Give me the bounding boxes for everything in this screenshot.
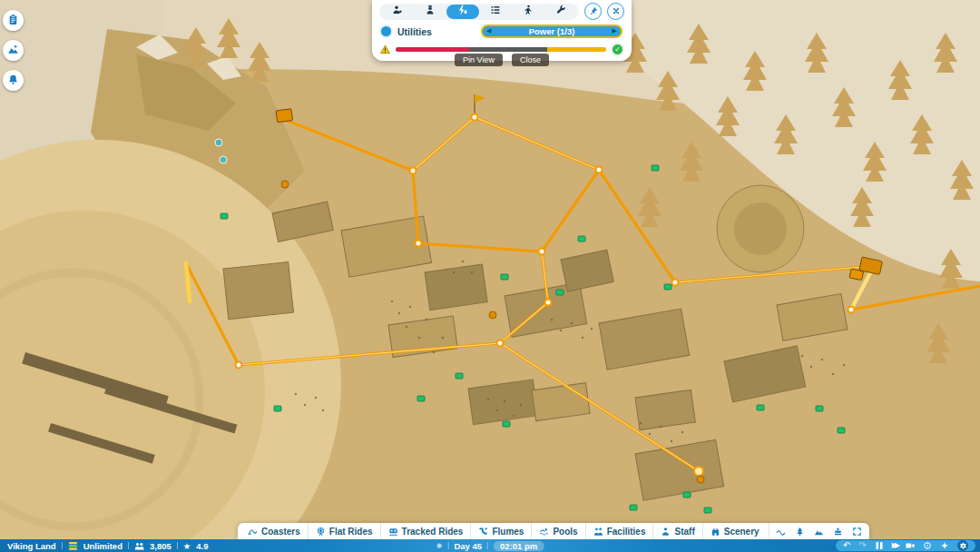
utilities-power-icon — [457, 5, 468, 18]
selector-value: Power (1/3) — [492, 26, 611, 36]
maintenance-wrench-icon — [555, 5, 566, 18]
redo-button[interactable]: ↷ — [858, 541, 866, 550]
fast-forward-button[interactable]: ▶▶ — [892, 542, 897, 549]
toolbar-tab-facilities[interactable]: Facilities — [585, 523, 653, 539]
utility-type-selector[interactable]: ◀ Power (1/3) ▶ — [481, 25, 622, 38]
expand-icon — [852, 527, 862, 537]
panel-actions: Pin View Close — [372, 54, 632, 66]
terrain-mountains-icon — [814, 527, 824, 537]
heatmap-category-label: Utilities — [397, 26, 432, 37]
orbit-camera-button[interactable] — [923, 541, 932, 550]
close-x-icon — [612, 5, 621, 18]
lamp — [281, 181, 289, 188]
selector-prev-arrow-icon[interactable]: ◀ — [485, 28, 492, 34]
blueprints-button[interactable] — [828, 523, 848, 539]
game-window: Utilities ◀ Power (1/3) ▶ ✓ Pin View Clo… — [0, 0, 980, 552]
objectives-button[interactable] — [3, 10, 24, 31]
undo-button[interactable]: ↶ — [843, 541, 850, 550]
tram-icon — [388, 527, 398, 537]
divider — [487, 542, 488, 549]
park-rating-value[interactable]: 4.9 — [196, 541, 208, 551]
toolbar-tab-flumes[interactable]: Flumes — [470, 523, 531, 539]
foliage-tool-button[interactable] — [790, 523, 809, 539]
ferris-wheel-icon — [316, 527, 326, 537]
toolbar-tab-tracked-rides[interactable]: Tracked Rides — [380, 523, 471, 539]
build-toolbar: Coasters Flat Rides Tracked Rides Flumes… — [238, 523, 869, 539]
camera-mode-button[interactable] — [906, 541, 915, 550]
divider — [177, 542, 178, 549]
rating-star-icon: ★ — [183, 541, 191, 551]
terrain-tool-button[interactable] — [809, 523, 828, 539]
money-value[interactable]: Unlimited — [83, 541, 122, 551]
left-sidebar — [3, 10, 24, 100]
heatmap-panel: Utilities ◀ Power (1/3) ▶ ✓ — [372, 0, 632, 61]
pause-icon — [875, 541, 884, 550]
money-icon — [68, 542, 78, 550]
pin-view-button[interactable]: Pin View — [455, 54, 503, 66]
swimmer-icon — [539, 527, 549, 537]
toolbar-tab-label: Tracked Rides — [402, 527, 464, 537]
coaster-icon — [248, 527, 258, 537]
toolbar-tab-staff[interactable]: Staff — [652, 523, 701, 539]
selector-next-arrow-icon[interactable]: ▶ — [612, 28, 618, 34]
heatmap-category-row: Utilities ◀ Power (1/3) ▶ — [379, 25, 624, 38]
tab-guest-thoughts[interactable] — [512, 5, 544, 19]
utilities-dot-icon — [381, 26, 391, 36]
video-camera-icon — [906, 541, 915, 550]
toolbar-tab-scenery[interactable]: Scenery — [702, 523, 767, 539]
toolbar-tab-coasters[interactable]: Coasters — [240, 523, 308, 539]
toolbar-tab-label: Flat Rides — [329, 527, 373, 537]
water-wave-icon — [776, 527, 786, 537]
heatmap-tab-strip — [379, 4, 579, 20]
staff-icon — [425, 5, 436, 18]
lamp — [697, 476, 704, 483]
lamp — [489, 311, 496, 319]
ride-queues-icon — [490, 5, 501, 18]
guests-count-icon — [134, 542, 144, 550]
water-tool-button[interactable] — [771, 523, 790, 539]
park-management-button[interactable] — [3, 40, 24, 61]
gear-icon — [959, 542, 967, 550]
compass-icon — [923, 541, 932, 550]
tab-staff[interactable] — [414, 5, 446, 19]
toolbar-tab-label: Flumes — [492, 527, 524, 537]
settings-button[interactable] — [957, 540, 968, 551]
divider — [62, 542, 63, 549]
day-label: Day 45 — [454, 541, 482, 551]
guests-icon — [392, 5, 403, 18]
pushpin-icon — [589, 5, 598, 18]
tab-rides[interactable] — [479, 5, 512, 19]
clock-time[interactable]: 02:01 pm — [494, 541, 544, 551]
close-panel-button[interactable] — [607, 3, 624, 20]
toolbar-tab-flat-rides[interactable]: Flat Rides — [308, 523, 380, 539]
notifications-button[interactable] — [3, 70, 24, 91]
park-scene-svg — [0, 0, 980, 552]
toolbar-tools-group — [769, 523, 867, 539]
toolbar-tab-label: Pools — [553, 527, 577, 537]
tab-utilities[interactable] — [446, 5, 479, 19]
status-center-group: ❄ Day 45 02:01 pm — [436, 539, 544, 552]
heatmap-tabs-row — [379, 3, 624, 20]
power-endpoint[interactable] — [694, 467, 703, 476]
park-name: Viking Land — [7, 541, 56, 551]
park-viewport[interactable] — [0, 0, 980, 552]
pin-panel-button[interactable] — [584, 3, 602, 20]
close-view-button[interactable]: Close — [512, 54, 549, 66]
weather-snowflake-icon[interactable]: ❄ — [436, 542, 443, 550]
divider — [447, 542, 448, 549]
effects-button[interactable] — [940, 541, 949, 550]
guest-count-value[interactable]: 3,805 — [150, 541, 172, 551]
tab-guests[interactable] — [381, 5, 414, 19]
blueprint-stamp-icon — [833, 527, 843, 537]
mountains-icon — [7, 44, 19, 58]
clipboard-icon — [7, 14, 19, 28]
expand-toolbar-button[interactable] — [848, 523, 867, 539]
toolbar-tab-label: Scenery — [724, 527, 760, 537]
pause-button[interactable] — [875, 541, 884, 550]
toolbar-tab-pools[interactable]: Pools — [531, 523, 584, 539]
tab-maintenance[interactable] — [544, 5, 577, 19]
status-bar: Viking Land Unlimited 3,805 ★ 4.9 ❄ Day … — [0, 539, 980, 552]
toolbar-tab-label: Staff — [674, 527, 694, 537]
facilities-icon — [593, 527, 603, 537]
tree-icon — [795, 527, 805, 537]
